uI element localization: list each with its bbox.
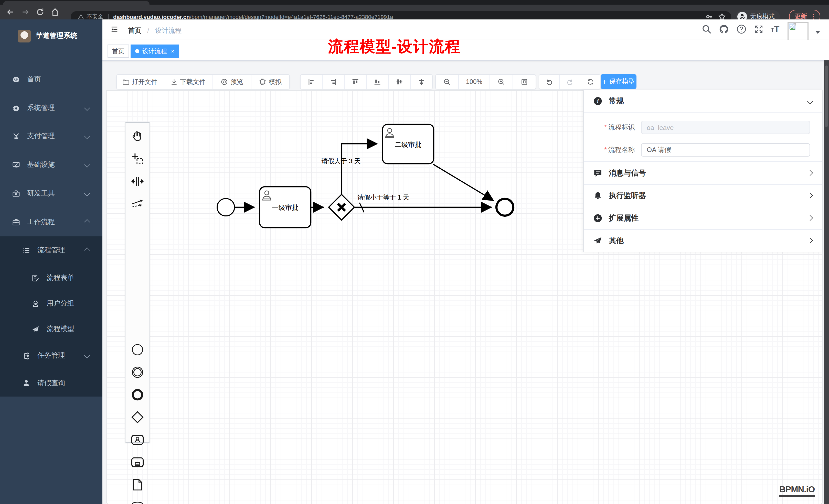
restart-button[interactable] xyxy=(580,75,600,89)
app-logo-avatar xyxy=(18,30,31,42)
gear-icon xyxy=(12,104,20,112)
align-top-button[interactable] xyxy=(345,75,367,89)
sidebar-fold-icon[interactable] xyxy=(110,26,119,33)
palette-user-task[interactable] xyxy=(125,428,149,451)
sidebar-item-task-mgmt[interactable]: 任务管理 xyxy=(0,342,102,370)
sidebar-item-leave-query[interactable]: 请假查询 xyxy=(0,370,102,396)
panel-section-extensions[interactable]: 扩展属性 xyxy=(584,207,822,230)
sidebar-item-label: 工作流程 xyxy=(27,218,55,227)
palette-global-connect-tool[interactable] xyxy=(125,192,149,215)
sidebar-item-home[interactable]: 首页 xyxy=(0,65,102,93)
flow-label-gt3[interactable]: 请假大于 3 天 xyxy=(322,157,361,164)
undo-button[interactable] xyxy=(539,75,560,89)
sidebar-item-process-model[interactable]: 流程模型 xyxy=(0,316,102,342)
task1-label: 一级审批 xyxy=(272,204,298,211)
panel-section-other[interactable]: 其他 xyxy=(584,229,822,252)
help-icon[interactable] xyxy=(736,24,747,34)
zoom-level[interactable]: 100% xyxy=(459,75,490,89)
sidebar-item-label: 系统管理 xyxy=(27,103,55,113)
palette-end-event[interactable] xyxy=(125,383,149,406)
panel-section-messages[interactable]: 消息与信号 xyxy=(584,162,822,185)
sidebar-item-process-form[interactable]: 流程表单 xyxy=(0,265,102,290)
chevron-up-icon xyxy=(84,219,90,225)
palette-subprocess[interactable] xyxy=(125,451,149,473)
scrollbar[interactable] xyxy=(824,61,829,504)
palette-space-tool[interactable] xyxy=(125,170,149,192)
flow-label-le1[interactable]: 请假小于等于 1 天 xyxy=(357,194,409,201)
save-model-button[interactable]: + 保存模型 xyxy=(601,74,637,89)
breadcrumb-separator: / xyxy=(147,27,149,34)
align-right-icon xyxy=(330,78,337,85)
sidebar-item-label: 请假查询 xyxy=(37,378,65,388)
url-host[interactable]: dashboard.yudao.iocoder.cn xyxy=(113,13,190,20)
align-right-button[interactable] xyxy=(323,75,345,89)
sidebar-item-devtools[interactable]: 研发工具 xyxy=(0,179,102,208)
scrollbar-thumb[interactable] xyxy=(825,66,828,127)
start-event[interactable] xyxy=(217,198,235,216)
fullscreen-icon[interactable] xyxy=(754,24,764,34)
zoom-reset-button[interactable] xyxy=(513,75,536,89)
process-key-input[interactable] xyxy=(641,121,810,134)
open-file-button[interactable]: 打开文件 xyxy=(117,75,163,89)
tag-design-process[interactable]: 设计流程 × xyxy=(131,44,179,58)
sidebar-item-label: 任务管理 xyxy=(37,351,65,360)
align-left-button[interactable] xyxy=(300,75,323,89)
redo-button[interactable] xyxy=(560,75,580,89)
breadcrumb-current: 设计流程 xyxy=(155,27,182,34)
close-tag-icon[interactable]: × xyxy=(171,48,174,54)
browser-tab[interactable] xyxy=(3,1,149,5)
align-hcenter-button[interactable] xyxy=(411,75,432,89)
zoom-out-button[interactable] xyxy=(436,75,459,89)
font-size-icon[interactable]: TT xyxy=(771,24,784,34)
palette-start-event[interactable] xyxy=(125,338,149,361)
sidebar-item-workflow[interactable]: 工作流程 xyxy=(0,208,102,236)
app-logo-row[interactable]: 芋道管理系统 xyxy=(0,25,102,47)
briefcase-icon xyxy=(12,218,20,226)
simulate-button[interactable]: 模拟 xyxy=(251,75,289,89)
flow-task2-to-end[interactable] xyxy=(433,164,494,201)
flow-gateway-to-task2[interactable] xyxy=(341,144,377,194)
exclusive-gateway[interactable] xyxy=(329,194,354,220)
url-path[interactable]: /bpm/manager/model/design?modelId=e4a1a1… xyxy=(190,13,393,20)
sidebar-item-user-group[interactable]: 用户分组 xyxy=(0,290,102,316)
user-task-level2[interactable]: 二级审批 xyxy=(383,124,434,164)
github-icon[interactable] xyxy=(719,24,729,34)
bpmn-io-logo[interactable]: BPMN.iO xyxy=(779,484,815,497)
sidebar-item-system[interactable]: 系统管理 xyxy=(0,93,102,122)
tag-label: 设计流程 xyxy=(142,47,167,55)
panel-section-general[interactable]: i 常规 xyxy=(584,90,822,113)
palette-gateway[interactable] xyxy=(125,406,149,428)
palette-hand-tool[interactable] xyxy=(125,125,149,147)
avatar-caret-icon[interactable] xyxy=(815,31,820,34)
annotation-title: 流程模型-设计流程 xyxy=(312,36,476,57)
tag-home[interactable]: 首页 xyxy=(108,44,129,58)
sidebar-item-payment[interactable]: 支付管理 xyxy=(0,122,102,150)
download-file-button[interactable]: 下载文件 xyxy=(163,75,213,89)
preview-button[interactable]: 预览 xyxy=(213,75,251,89)
end-event[interactable] xyxy=(497,199,513,216)
field-label: 流程标识 xyxy=(608,123,635,131)
forward-icon[interactable] xyxy=(21,8,30,16)
zoom-in-button[interactable] xyxy=(490,75,513,89)
url-divider xyxy=(108,13,109,20)
home-icon[interactable] xyxy=(51,8,60,16)
palette-data-object[interactable] xyxy=(125,473,149,496)
palette-intermediate-event[interactable] xyxy=(125,361,149,383)
back-icon[interactable] xyxy=(6,8,15,16)
palette-separator xyxy=(129,337,146,337)
user-task-level1[interactable]: 一级审批 xyxy=(260,187,311,228)
breadcrumb: 首页 / 设计流程 xyxy=(128,26,182,35)
reload-icon[interactable] xyxy=(36,8,44,16)
sidebar-item-infra[interactable]: 基础设施 xyxy=(0,150,102,179)
align-bottom-button[interactable] xyxy=(367,75,389,89)
chevron-down-icon xyxy=(84,133,90,139)
palette-lasso-tool[interactable] xyxy=(125,147,149,170)
search-icon[interactable] xyxy=(701,24,712,34)
svg-text:i: i xyxy=(597,98,599,104)
palette-data-store[interactable] xyxy=(125,496,149,504)
process-name-input[interactable] xyxy=(641,143,810,157)
panel-section-listeners[interactable]: 执行监听器 xyxy=(584,184,822,207)
sidebar-item-process-mgmt[interactable]: 流程管理 xyxy=(0,236,102,264)
breadcrumb-home[interactable]: 首页 xyxy=(128,27,141,34)
align-vcenter-button[interactable] xyxy=(389,75,411,89)
